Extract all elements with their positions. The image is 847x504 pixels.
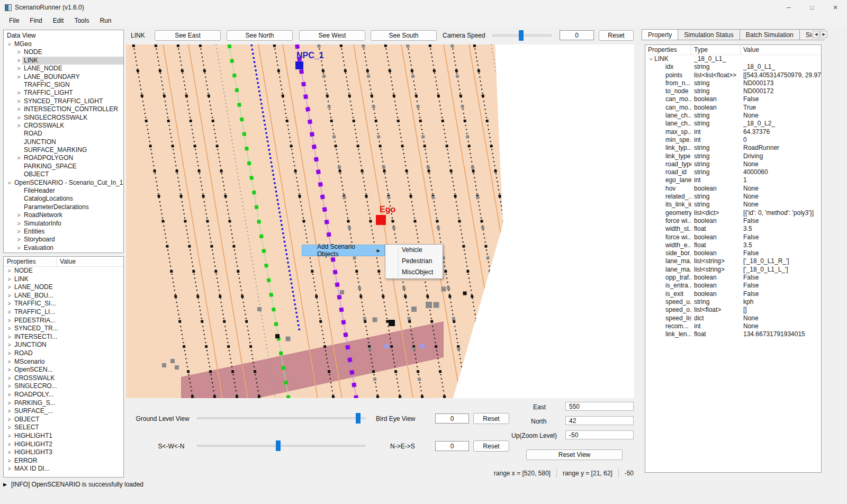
- tree-item-parameterdeclarations[interactable]: >ParameterDeclarations: [4, 203, 123, 211]
- submenu-item-pedestrian[interactable]: Pedestrian: [385, 256, 443, 267]
- chevron-collapsed-icon[interactable]: >: [6, 407, 13, 415]
- chevron-collapsed-icon[interactable]: >: [6, 465, 13, 473]
- camera-speed-slider[interactable]: [492, 30, 552, 41]
- chevron-collapsed-icon[interactable]: >: [6, 382, 13, 390]
- chevron-collapsed-icon[interactable]: >: [6, 300, 13, 308]
- chevron-collapsed-icon[interactable]: >: [6, 416, 13, 424]
- property-group-traffic-si-[interactable]: >TRAFFIC_SI...: [4, 300, 123, 308]
- property-group-traffic-li-[interactable]: >TRAFFIC_LI...: [4, 308, 123, 317]
- property-row[interactable]: hovbooleanNone: [645, 185, 821, 193]
- reset-view-button[interactable]: Reset View: [526, 449, 623, 460]
- property-row[interactable]: speed_u...stringkph: [645, 298, 821, 306]
- property-group-highlight3[interactable]: >HIGHLIGHT3: [4, 448, 123, 457]
- property-group-mscenario[interactable]: >MScenario: [4, 358, 123, 366]
- property-group-openscen-[interactable]: >OpenSCEN...: [4, 366, 123, 374]
- tree-item-fileheader[interactable]: >FileHeader: [4, 187, 123, 195]
- menu-tools[interactable]: Tools: [69, 15, 94, 26]
- context-menu-add-scenario-objects[interactable]: Add Scenario Objects ▶: [302, 245, 385, 256]
- property-group-highlight2[interactable]: >HIGHLIGHT2: [4, 440, 123, 448]
- chevron-collapsed-icon[interactable]: >: [6, 317, 13, 325]
- chevron-expanded-icon[interactable]: >: [647, 56, 655, 62]
- slider-handle[interactable]: [519, 30, 524, 41]
- property-row[interactable]: idxstring_18_0_L1_: [645, 63, 821, 71]
- tree-item-object[interactable]: >OBJECT: [4, 170, 123, 178]
- chevron-collapsed-icon[interactable]: >: [15, 228, 22, 236]
- see-west-button[interactable]: See West: [299, 30, 365, 41]
- property-group-intersecti-[interactable]: >INTERSECTI...: [4, 333, 123, 341]
- chevron-collapsed-icon[interactable]: >: [6, 333, 13, 341]
- property-row[interactable]: opp_traf...booleanFalse: [645, 274, 821, 282]
- chevron-collapsed-icon[interactable]: >: [6, 349, 13, 357]
- property-group-surface-[interactable]: >SURFACE_...: [4, 407, 123, 416]
- tree-item-roadpolygon[interactable]: >ROADPOLYGON: [4, 154, 123, 162]
- chevron-collapsed-icon[interactable]: >: [15, 244, 22, 252]
- chevron-expanded-icon[interactable]: >: [5, 41, 13, 48]
- slider-handle[interactable]: [276, 440, 281, 451]
- property-row[interactable]: width_st...float3.5: [645, 225, 821, 233]
- property-group-junction[interactable]: >JUNCTION: [4, 341, 123, 349]
- ground-level-slider[interactable]: [197, 413, 365, 424]
- property-row[interactable]: link_typestringDriving: [645, 152, 821, 160]
- property-row[interactable]: related_...stringNone: [645, 193, 821, 201]
- chevron-collapsed-icon[interactable]: >: [6, 341, 13, 349]
- property-row[interactable]: width_e...float3.5: [645, 241, 821, 249]
- chevron-collapsed-icon[interactable]: >: [15, 97, 22, 105]
- chevron-collapsed-icon[interactable]: >: [6, 440, 13, 448]
- property-row[interactable]: from_n...stringND000173: [645, 79, 821, 87]
- property-row[interactable]: max_sp...int64.37376: [645, 128, 821, 136]
- property-row[interactable]: to_nodestringND000172: [645, 87, 821, 95]
- menu-run[interactable]: Run: [94, 15, 116, 26]
- minimize-button[interactable]: ─: [777, 0, 800, 15]
- property-group-object[interactable]: >OBJECT: [4, 416, 123, 424]
- swn-slider[interactable]: [197, 440, 365, 451]
- property-group-link[interactable]: >LINK: [4, 275, 123, 284]
- property-row[interactable]: can_mo...booleanFalse: [645, 95, 821, 103]
- property-row[interactable]: is_entra...booleanFalse: [645, 282, 821, 290]
- chevron-collapsed-icon[interactable]: >: [6, 267, 13, 275]
- tree-item-junction[interactable]: >JUNCTION: [4, 138, 123, 146]
- see-south-button[interactable]: See South: [371, 30, 437, 41]
- bird-eye-reset-button[interactable]: Reset: [473, 413, 509, 424]
- tree-item-entities[interactable]: >Entities: [4, 228, 123, 236]
- property-row[interactable]: pointslist<list<float>>[[543.40531475097…: [645, 71, 821, 79]
- property-row[interactable]: lane_ma...list<string>['_18_0_L1_R_']: [645, 257, 821, 265]
- property-row[interactable]: lane_ma...list<string>['_18_0_L1_L_']: [645, 266, 821, 274]
- chevron-collapsed-icon[interactable]: >: [6, 391, 13, 399]
- property-group-max-id-di-[interactable]: >MAX ID DI...: [4, 465, 123, 473]
- status-expand-icon[interactable]: ▶: [3, 482, 7, 487]
- see-east-button[interactable]: See East: [155, 30, 221, 41]
- chevron-collapsed-icon[interactable]: >: [6, 292, 13, 300]
- property-row[interactable]: can_mo...booleanTrue: [645, 104, 821, 112]
- chevron-collapsed-icon[interactable]: >: [6, 432, 13, 440]
- property-group-lane-bou-[interactable]: >LANE_BOU...: [4, 292, 123, 300]
- property-group-highlight1[interactable]: >HIGHLIGHT1: [4, 432, 123, 440]
- chevron-collapsed-icon[interactable]: >: [15, 89, 22, 97]
- submenu-item-miscobject[interactable]: MiscObject: [385, 267, 443, 278]
- ego-vehicle-marker[interactable]: [376, 215, 386, 225]
- tab-scroll-right-icon[interactable]: ▶: [820, 31, 827, 38]
- property-row[interactable]: link_len...float134.66731791934015: [645, 330, 821, 338]
- map-canvas[interactable]: NPC_1 Ego Add Scenario Objects ▶ Vehicle…: [126, 44, 634, 398]
- property-row[interactable]: speed_listdictNone: [645, 314, 821, 322]
- tab-batch-simulation[interactable]: Batch Simulation: [740, 29, 800, 40]
- chevron-collapsed-icon[interactable]: >: [15, 65, 22, 73]
- chevron-collapsed-icon[interactable]: >: [6, 358, 13, 366]
- tree-item-traffic-light[interactable]: >TRAFFIC_LIGHT: [4, 89, 123, 97]
- property-row[interactable]: link_typ...stringRoadRunner: [645, 144, 821, 152]
- chevron-collapsed-icon[interactable]: >: [15, 48, 22, 56]
- nes-reset-button[interactable]: Reset: [473, 440, 509, 452]
- property-row[interactable]: side_bor...booleanFalse: [645, 249, 821, 257]
- chevron-collapsed-icon[interactable]: >: [15, 73, 22, 81]
- property-group-roadpoly-[interactable]: >ROADPOLY...: [4, 391, 123, 399]
- property-row[interactable]: min_spe...int0: [645, 136, 821, 144]
- npc-vehicle-marker[interactable]: [295, 61, 303, 69]
- property-row[interactable]: speed_o...list<float>[]: [645, 306, 821, 314]
- tab-simulation-status[interactable]: Simulation Status: [678, 29, 740, 40]
- property-row[interactable]: recom...intNone: [645, 322, 821, 330]
- property-group-node[interactable]: >NODE: [4, 267, 123, 275]
- chevron-collapsed-icon[interactable]: >: [6, 325, 13, 332]
- nes-input[interactable]: [435, 441, 469, 451]
- property-group-lane-node[interactable]: >LANE_NODE: [4, 283, 123, 292]
- property-row[interactable]: force wi...booleanFalse: [645, 217, 821, 225]
- menu-edit[interactable]: Edit: [48, 15, 69, 26]
